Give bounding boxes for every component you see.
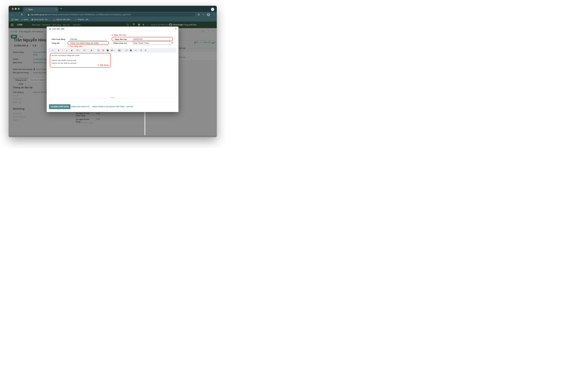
back-button[interactable]: ← — [11, 12, 14, 18]
activity-type-select[interactable]: Cần làm — [70, 38, 77, 40]
pager-prev-icon[interactable]: ‹ — [209, 30, 209, 32]
user-avatar[interactable] — [169, 23, 172, 26]
chevron-down-icon[interactable]: ▾ — [114, 50, 114, 51]
debug-bug-icon[interactable] — [142, 23, 145, 26]
contact-label-language: Ngôn ngữ — [13, 101, 21, 103]
resize-handle[interactable] — [111, 97, 114, 98]
browser-window: Odoo × + ▾ ← → ↻ erp.vietan-group.vn/web… — [9, 6, 217, 137]
window-zoom-button[interactable] — [18, 8, 20, 10]
pager-next-icon[interactable]: › — [212, 30, 213, 32]
browser-menu-icon[interactable]: ⋮ — [213, 12, 215, 18]
bookmark-star-icon[interactable]: ☆ — [202, 12, 204, 18]
jira-icon[interactable] — [75, 19, 77, 21]
followers-icon[interactable] — [212, 42, 214, 44]
image-icon[interactable] — [130, 49, 132, 52]
field-value-email[interactable]: huudang@tungtu — [33, 58, 47, 60]
note-editor[interactable]: ▾ B I U 13 ▾ A ▾ ▾ ▾ ▾ — [49, 48, 176, 99]
app-name[interactable]: CRM — [17, 22, 22, 28]
bookmark-apps[interactable]: Apps — [14, 18, 18, 22]
chevron-down-icon[interactable]: ▾ — [85, 50, 86, 51]
field-label-phone: Điện thoại — [13, 62, 22, 64]
sms-phone-icon[interactable] — [44, 62, 46, 64]
followers-count[interactable]: 1 — [214, 41, 215, 43]
field-value-customer[interactable]: Công Ty Cổ Phần — [33, 51, 48, 53]
attachment-count[interactable]: 0 — [197, 41, 198, 43]
font-size-select[interactable]: 13 — [76, 48, 78, 52]
align-icon[interactable] — [111, 49, 113, 52]
stat-value-days-to-assign: 0,00 — [96, 112, 100, 114]
redo-icon[interactable]: ↻ — [145, 48, 147, 52]
activities-clock-icon[interactable] — [126, 24, 129, 26]
font-color-icon[interactable]: A — [84, 48, 85, 52]
mark-done-button[interactable]: ĐÁNH DẤU HOÀN TẤT — [71, 104, 90, 109]
field-value-salesperson[interactable]: Phan Thanh — [36, 68, 46, 70]
follow-button[interactable]: Theo dõi — [203, 41, 211, 43]
drive-icon[interactable] — [31, 19, 33, 21]
underline-icon[interactable]: U — [66, 48, 67, 52]
refresh-button[interactable]: ↻ — [21, 12, 23, 18]
tab-close-icon[interactable]: × — [56, 7, 57, 12]
done-schedule-next-button[interactable]: HOÀN THÀNH & KẾ HOẠCH TIẾP THEO — [92, 104, 125, 109]
messages-icon[interactable] — [138, 24, 140, 26]
window-minimize-button[interactable] — [15, 8, 17, 10]
chevron-down-icon[interactable]: ▾ — [169, 42, 169, 44]
forward-button[interactable]: → — [16, 12, 19, 18]
breadcrumb-link[interactable]: Cơ hội — [11, 30, 17, 33]
apps-grid-icon[interactable] — [11, 19, 12, 19]
tab-thong-tin-bo-sung[interactable]: Thông tin bổ sung — [13, 78, 29, 82]
chevron-down-icon[interactable]: ▾ — [54, 50, 54, 51]
tab-yeu-cau-khach-hang[interactable]: Yêu cầu từ khách h — [29, 78, 47, 82]
odoo-leaf-icon[interactable] — [21, 19, 23, 21]
eraser-icon[interactable] — [71, 49, 73, 52]
address-bar[interactable]: erp.vietan-group.vn/web?debug=assets#act… — [26, 13, 195, 17]
menu-ban-hang[interactable]: Bán hàng — [32, 22, 40, 28]
highlight-brush-icon[interactable] — [90, 49, 92, 52]
bold-icon[interactable]: B — [58, 48, 59, 52]
paperclip-icon[interactable] — [194, 41, 196, 44]
at-label: tại — [41, 44, 43, 47]
bookmark-jira[interactable]: Projects - Jira — [78, 18, 88, 22]
numbered-list-icon[interactable] — [102, 49, 104, 52]
modal-close-icon[interactable]: × — [175, 27, 177, 31]
bookmark-gmail[interactable]: Hộp thư đến (326... — [56, 18, 71, 22]
tab-strip: Odoo × + ▾ — [9, 6, 217, 12]
assignee-select[interactable]: Phan Thanh Tùng — [133, 42, 148, 44]
browser-toolbar: ← → ↻ erp.vietan-group.vn/web?debug=asse… — [9, 12, 217, 18]
bullet-list-icon[interactable] — [98, 49, 100, 52]
bookmark-drive[interactable]: Drive của tôi - Go... — [34, 18, 49, 22]
zoom-out-icon[interactable] — [198, 14, 200, 16]
tab-search-icon[interactable]: ▾ — [211, 8, 214, 11]
italic-icon[interactable]: I — [62, 48, 63, 52]
field-value-phone[interactable]: 0386968950 — [33, 62, 43, 64]
window-close-button[interactable] — [12, 8, 14, 10]
chevron-down-icon[interactable]: ▾ — [121, 50, 121, 51]
checklist-icon[interactable] — [107, 49, 109, 52]
browser-tab[interactable]: Odoo × — [23, 7, 58, 12]
schedule-button[interactable]: ẤN ĐỊNH (THỜI GIAN) — [49, 104, 70, 109]
browser-profile-avatar[interactable] — [207, 13, 210, 16]
contact-value-company: Công Ty Cổ Phần — [33, 91, 48, 93]
undo-icon[interactable]: ↺ — [140, 48, 142, 52]
chevron-down-icon[interactable]: ▾ — [93, 50, 93, 51]
url-path: /web?debug=assets#action=543&cids=1&id=3… — [47, 14, 131, 16]
contact-label-company: Tên Công ty — [13, 91, 24, 93]
chevron-down-icon[interactable]: ▾ — [79, 50, 79, 51]
external-link-icon[interactable] — [171, 42, 173, 44]
revenue-amount: 10.000.000 — [14, 44, 26, 47]
code-icon[interactable]: </> — [135, 48, 137, 52]
cancel-button[interactable]: HUỶ BỎ — [126, 104, 133, 109]
field-value-customer-line2[interactable]: Đăng — [33, 54, 38, 56]
gmail-icon[interactable] — [53, 19, 55, 22]
table-icon[interactable] — [118, 49, 120, 52]
apps-menu-icon[interactable] — [11, 24, 12, 24]
field-value-salesteam[interactable]: TungTung Team — [33, 71, 46, 74]
chevron-down-icon[interactable]: ▾ — [105, 39, 106, 40]
activity-badge[interactable]: 1 — [133, 23, 135, 25]
assignee-label: Phân công cho — [113, 42, 127, 44]
style-wand-icon[interactable] — [51, 49, 53, 52]
activity-type-underline — [70, 41, 107, 41]
link-icon[interactable] — [125, 49, 127, 52]
new-tab-button[interactable]: + — [60, 6, 62, 12]
modal-title: Lịch làm việc — [52, 26, 64, 31]
bookmark-odoo[interactable]: Odoo — [24, 18, 28, 22]
